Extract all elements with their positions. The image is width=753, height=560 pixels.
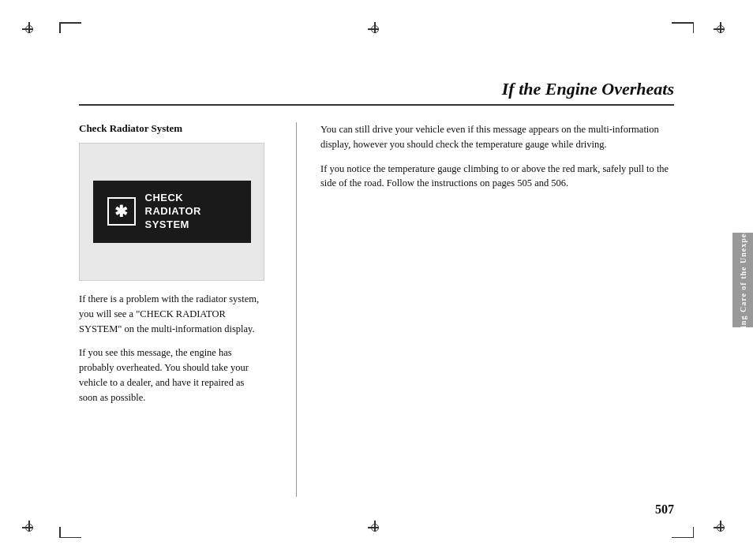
- page-title: If the Engine Overheats: [79, 79, 674, 106]
- reg-mark-bottom-center: [368, 521, 385, 538]
- page-header: If the Engine Overheats: [79, 79, 674, 106]
- warning-icon-symbol: ✱: [114, 203, 128, 219]
- warning-display: ✱ CHECK RADIATOR SYSTEM: [93, 181, 251, 243]
- side-tab-label: Taking Care of the Unexpected: [739, 216, 747, 343]
- left-body-text-1: If there is a problem with the radiator …: [79, 292, 264, 336]
- right-column: You can still drive your vehicle even if…: [313, 122, 674, 497]
- page: If the Engine Overheats Check Radiator S…: [0, 0, 753, 560]
- content-area: Check Radiator System ✱ CHECK RADIATOR S…: [79, 122, 674, 497]
- left-body-text-2: If you see this message, the engine has …: [79, 345, 264, 405]
- reg-mark-bottom-left: [22, 521, 39, 538]
- warning-icon: ✱: [107, 197, 136, 226]
- bracket-bottom-right: [672, 537, 694, 539]
- left-column: Check Radiator System ✱ CHECK RADIATOR S…: [79, 122, 280, 497]
- reg-mark-top-right: [714, 22, 731, 39]
- page-number: 507: [655, 502, 674, 517]
- right-body-text-2: If you notice the temperature gauge clim…: [320, 162, 674, 192]
- display-box: ✱ CHECK RADIATOR SYSTEM: [79, 143, 264, 281]
- column-divider: [296, 122, 297, 497]
- bracket-top-right: [672, 22, 694, 24]
- bracket-bottom-left: [59, 537, 81, 539]
- reg-mark-top-center: [368, 22, 385, 39]
- reg-mark-top-left: [22, 22, 39, 39]
- right-body-text-1: You can still drive your vehicle even if…: [320, 122, 674, 152]
- side-tab: Taking Care of the Unexpected: [732, 233, 753, 327]
- reg-mark-bottom-right: [714, 521, 731, 538]
- bracket-top-left: [59, 22, 81, 24]
- warning-text: CHECK RADIATOR SYSTEM: [145, 192, 237, 232]
- section-heading: Check Radiator System: [79, 122, 264, 135]
